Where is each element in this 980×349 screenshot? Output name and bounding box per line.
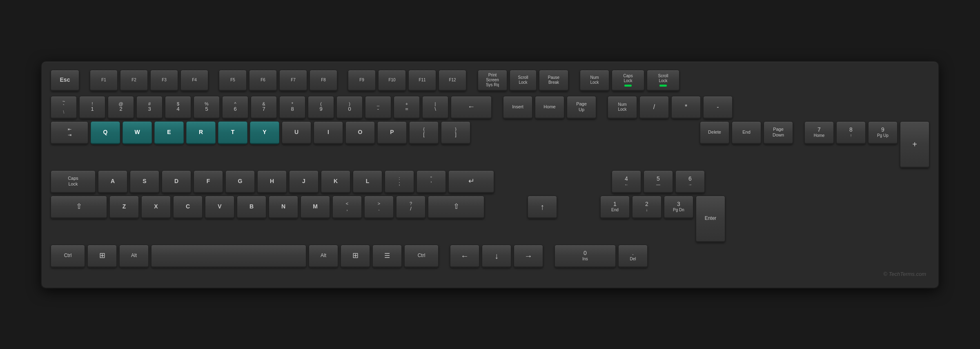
key-h[interactable]: H — [257, 170, 287, 193]
key-f9[interactable]: F9 — [348, 70, 376, 91]
key-np-minus[interactable]: - — [703, 96, 733, 119]
key-left-bracket[interactable]: { [ — [409, 121, 439, 144]
key-left-alt[interactable]: Alt — [119, 245, 149, 268]
key-3[interactable]: # 3 — [136, 96, 163, 119]
key-8[interactable]: * 8 — [279, 96, 305, 119]
key-2[interactable]: @ 2 — [108, 96, 134, 119]
key-np-decimal[interactable]: . Del — [618, 245, 648, 268]
key-f4[interactable]: F4 — [180, 70, 208, 91]
key-b[interactable]: B — [237, 196, 266, 219]
key-f8[interactable]: F8 — [310, 70, 337, 91]
key-v[interactable]: V — [205, 196, 234, 219]
key-1[interactable]: ! 1 — [79, 96, 105, 119]
key-d[interactable]: D — [162, 170, 191, 193]
key-np-2[interactable]: 2 ↓ — [632, 196, 662, 219]
key-m[interactable]: M — [301, 196, 330, 219]
key-f12[interactable]: F12 — [439, 70, 466, 91]
key-backspace[interactable]: ← — [451, 96, 492, 119]
key-f1[interactable]: F1 — [90, 70, 118, 91]
key-tilde-grave[interactable]: ~ ` \ — [51, 96, 77, 119]
key-left-ctrl[interactable]: Ctrl — [51, 245, 85, 268]
key-arrow-left[interactable]: ← — [450, 245, 479, 268]
key-np-3[interactable]: 3 Pg Dn — [664, 196, 693, 219]
key-f3[interactable]: F3 — [150, 70, 178, 91]
key-7[interactable]: & 7 — [251, 96, 277, 119]
key-np-1[interactable]: 1 End — [600, 196, 630, 219]
key-semicolon[interactable]: : ; — [385, 170, 414, 193]
key-print-screen[interactable]: PrintScreenSys Rq — [478, 70, 507, 91]
key-np-asterisk[interactable]: * — [671, 96, 701, 119]
key-f6[interactable]: F6 — [249, 70, 277, 91]
key-g[interactable]: G — [225, 170, 255, 193]
key-i[interactable]: I — [314, 121, 343, 144]
key-s[interactable]: S — [130, 170, 159, 193]
key-left-win[interactable]: ⊞ — [87, 245, 117, 268]
key-arrow-right[interactable]: → — [514, 245, 543, 268]
key-comma[interactable]: < , — [332, 196, 362, 219]
key-x[interactable]: X — [141, 196, 171, 219]
key-e[interactable]: E — [154, 121, 184, 144]
key-end[interactable]: End — [732, 121, 761, 144]
key-minus[interactable]: _ - — [365, 96, 391, 119]
key-np-4[interactable]: 4 ← — [612, 170, 641, 193]
key-insert[interactable]: Insert — [503, 96, 532, 119]
key-right-bracket[interactable]: } ] — [441, 121, 470, 144]
key-q[interactable]: Q — [91, 121, 120, 144]
key-right-win[interactable]: ⊞ — [341, 245, 370, 268]
key-w[interactable]: W — [122, 121, 152, 144]
key-n[interactable]: N — [269, 196, 298, 219]
key-scroll-lock[interactable]: ScrollLock — [510, 70, 537, 91]
key-caps-lock-indicator[interactable]: CapsLock — [612, 70, 644, 91]
key-caps-lock[interactable]: CapsLock — [51, 170, 96, 193]
key-num-lock-np[interactable]: NumLock — [608, 96, 637, 119]
key-pause[interactable]: PauseBreak — [539, 70, 568, 91]
key-right-shift[interactable]: ⇧ — [428, 196, 484, 219]
key-np-8[interactable]: 8 ↑ — [836, 121, 866, 144]
key-pipe-backslash[interactable]: | \ — [422, 96, 448, 119]
key-r[interactable]: R — [186, 121, 216, 144]
key-slash[interactable]: ? / — [396, 196, 425, 219]
key-np-6[interactable]: 6 → — [675, 170, 705, 193]
key-t[interactable]: T — [218, 121, 247, 144]
key-menu[interactable]: ☰ — [372, 245, 402, 268]
key-5[interactable]: % 5 — [194, 96, 220, 119]
key-np-5[interactable]: 5 — — [644, 170, 673, 193]
key-np-slash[interactable]: / — [639, 96, 669, 119]
key-np-plus[interactable]: + — [900, 121, 929, 168]
key-l[interactable]: L — [353, 170, 382, 193]
key-quote[interactable]: " ' — [416, 170, 446, 193]
key-period[interactable]: > . — [364, 196, 394, 219]
key-enter[interactable]: ↵ — [448, 170, 494, 193]
key-f2[interactable]: F2 — [120, 70, 148, 91]
key-k[interactable]: K — [321, 170, 350, 193]
key-f10[interactable]: F10 — [378, 70, 406, 91]
key-np-0[interactable]: 0 Ins — [555, 245, 616, 268]
key-4[interactable]: $ 4 — [165, 96, 191, 119]
key-scroll-lock-indicator[interactable]: ScrollLock — [647, 70, 679, 91]
key-num-lock[interactable]: NumLock — [580, 70, 609, 91]
key-f[interactable]: F — [194, 170, 223, 193]
key-u[interactable]: U — [282, 121, 311, 144]
key-y[interactable]: Y — [250, 121, 279, 144]
key-j[interactable]: J — [289, 170, 318, 193]
key-esc[interactable]: Esc — [51, 70, 79, 91]
key-np-9[interactable]: 9 Pg Up — [868, 121, 898, 144]
key-page-up[interactable]: PageUp — [567, 96, 596, 119]
key-f5[interactable]: F5 — [219, 70, 247, 91]
key-6[interactable]: ^ 6 — [222, 96, 248, 119]
key-left-shift[interactable]: ⇧ — [51, 196, 107, 219]
key-home[interactable]: Home — [535, 96, 564, 119]
key-np-enter[interactable]: Enter — [696, 196, 725, 242]
key-z[interactable]: Z — [109, 196, 139, 219]
key-9[interactable]: ( 9 — [308, 96, 334, 119]
key-delete[interactable]: Delete — [700, 121, 729, 144]
key-page-down[interactable]: PageDown — [764, 121, 793, 144]
key-tab[interactable]: ⇤⇥ — [51, 121, 88, 144]
key-arrow-up[interactable]: ↑ — [528, 196, 557, 219]
key-arrow-down[interactable]: ↓ — [482, 245, 511, 268]
key-p[interactable]: P — [377, 121, 407, 144]
key-o[interactable]: O — [345, 121, 375, 144]
key-right-ctrl[interactable]: Ctrl — [404, 245, 439, 268]
key-a[interactable]: A — [98, 170, 127, 193]
key-equals[interactable]: + = — [394, 96, 420, 119]
